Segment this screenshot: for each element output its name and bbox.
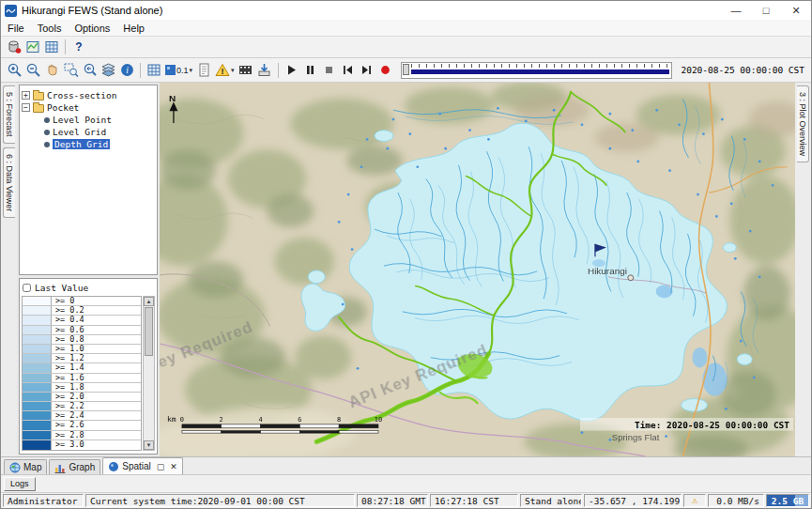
detach-panel-icon[interactable]: ▢ (157, 462, 165, 471)
tab-spatial[interactable]: Spatial ▢ ✕ (102, 457, 183, 474)
zoom-in-icon[interactable] (5, 61, 23, 80)
left-tabstrip: 5 : Forecast 6 : Data Viewer (1, 83, 17, 456)
grid-layer-icon[interactable] (145, 61, 163, 80)
legend-swatch (23, 363, 52, 372)
legend-swatch (23, 316, 52, 324)
main-toolbar: ? (1, 37, 811, 58)
tree-item-label: Level Grid (53, 127, 106, 137)
tree-item-level-grid[interactable]: Level Grid (22, 126, 155, 138)
logs-bar: Logs (1, 474, 811, 492)
record-icon[interactable] (376, 61, 395, 80)
tree-item-depth-grid[interactable]: Depth Grid (22, 138, 155, 150)
layer-tree: + Cross-section − Pocket Level Point Lev… (19, 85, 158, 275)
pan-hand-icon[interactable] (42, 61, 61, 80)
tab-data-viewer[interactable]: 6 : Data Viewer (3, 147, 15, 218)
data-viewer-panel: + Cross-section − Pocket Level Point Lev… (17, 83, 160, 456)
toolbar-separator (278, 63, 279, 78)
status-mode: Stand alone (520, 494, 582, 507)
logs-button[interactable]: Logs (4, 477, 36, 491)
maximize-button[interactable]: □ (751, 1, 781, 20)
legend-title: Last Value (35, 283, 88, 293)
step-back-icon[interactable] (339, 61, 358, 80)
warning-filter-select[interactable]: ! ▾ (213, 63, 237, 77)
play-icon[interactable] (283, 61, 301, 80)
stop-icon[interactable] (320, 61, 339, 80)
scroll-up-icon[interactable]: ▲ (144, 297, 154, 306)
status-memory: 2.5 GB (766, 494, 809, 507)
toolbar-separator (140, 63, 141, 78)
svg-text:10: 10 (375, 416, 382, 424)
layers-icon[interactable] (99, 61, 117, 80)
legend-swatch (23, 440, 52, 450)
warning-icon: ⚠ (692, 496, 697, 505)
legend-scrollbar[interactable]: ▲ ▼ (143, 296, 155, 451)
tree-item-cross-section[interactable]: + Cross-section (22, 89, 155, 101)
folder-icon (33, 92, 44, 100)
bottom-tab-bar: Map Graph Spatial ▢ ✕ (1, 456, 811, 474)
menu-options[interactable]: Options (68, 23, 116, 34)
legend-swatch (23, 431, 52, 440)
time-slider-thumb[interactable] (403, 64, 409, 75)
minimize-button[interactable]: — (721, 1, 751, 20)
map-time-label: Time: 2020-08-25 00:00:00 CST (580, 418, 793, 431)
status-coordinates: -35.657 , 174.199 (584, 494, 682, 507)
map-viewport[interactable]: API Key Required API Key Required Hikura… (160, 83, 795, 456)
close-panel-icon[interactable]: ✕ (170, 462, 177, 471)
collapse-icon[interactable]: − (22, 103, 30, 112)
status-user: Administrator (3, 494, 84, 507)
tab-forecast[interactable]: 5 : Forecast (3, 85, 15, 144)
spatial-icon (108, 461, 119, 472)
animation-icon[interactable] (237, 61, 255, 80)
menu-tools[interactable]: Tools (31, 23, 69, 34)
tab-graph[interactable]: Graph (49, 459, 100, 474)
legend-swatch (23, 306, 52, 315)
svg-text:i: i (126, 66, 129, 75)
step-forward-icon[interactable] (358, 61, 376, 80)
database-icon[interactable] (5, 38, 23, 56)
tree-item-pocket[interactable]: − Pocket (22, 101, 155, 114)
info-icon[interactable]: i (117, 61, 136, 80)
legend-swatch (23, 421, 52, 429)
zoom-box-icon[interactable] (61, 61, 80, 80)
legend-row: >= 3.0 (23, 440, 141, 450)
tab-plot-overview[interactable]: 3 : Plot Overview (797, 85, 809, 162)
last-value-checkbox[interactable] (23, 284, 31, 292)
tree-item-level-point[interactable]: Level Point (22, 114, 155, 126)
legend-swatch (23, 383, 52, 392)
svg-text:N: N (169, 93, 176, 103)
pause-icon[interactable] (301, 61, 320, 80)
title-bar: Hikurangi FEWS (Stand alone) — □ ✕ (1, 1, 811, 20)
document-icon[interactable] (194, 61, 213, 80)
expand-icon[interactable]: + (22, 91, 30, 100)
window-title: Hikurangi FEWS (Stand alone) (22, 5, 162, 16)
time-slider[interactable] (401, 62, 673, 79)
scroll-down-icon[interactable]: ▼ (144, 440, 154, 450)
status-gmt-time: 08:27:18 GMT (357, 494, 428, 507)
caret-down-icon: ▾ (231, 67, 235, 74)
status-warning[interactable]: ⚠ (683, 494, 706, 507)
zoom-out-icon[interactable] (23, 61, 42, 80)
legend-swatch (23, 374, 52, 382)
scroll-thumb[interactable] (145, 307, 153, 356)
svg-text:6: 6 (298, 416, 301, 424)
svg-text:km: km (167, 415, 176, 424)
zoom-previous-icon[interactable] (80, 61, 99, 80)
toolbar-separator (65, 39, 66, 54)
grid-display-icon[interactable] (42, 38, 61, 56)
right-tabstrip: 3 : Plot Overview (795, 83, 811, 456)
legend-swatch (23, 354, 52, 362)
map-display-icon[interactable] (23, 38, 42, 56)
legend-swatch (23, 345, 52, 353)
menu-help[interactable]: Help (116, 23, 151, 34)
class-break-select[interactable]: 0.1 ▾ (163, 65, 194, 75)
main-area: 5 : Forecast 6 : Data Viewer + Cross-sec… (1, 83, 811, 456)
tab-map[interactable]: Map (4, 459, 47, 474)
legend-swatch (23, 297, 52, 305)
menu-file[interactable]: File (1, 23, 31, 34)
class-break-value: 0.1 (176, 66, 189, 75)
legend-swatch (23, 402, 52, 410)
export-icon[interactable] (255, 61, 274, 80)
app-window: Hikurangi FEWS (Stand alone) — □ ✕ File … (0, 0, 812, 509)
help-icon[interactable]: ? (69, 38, 88, 56)
close-button[interactable]: ✕ (781, 1, 811, 20)
